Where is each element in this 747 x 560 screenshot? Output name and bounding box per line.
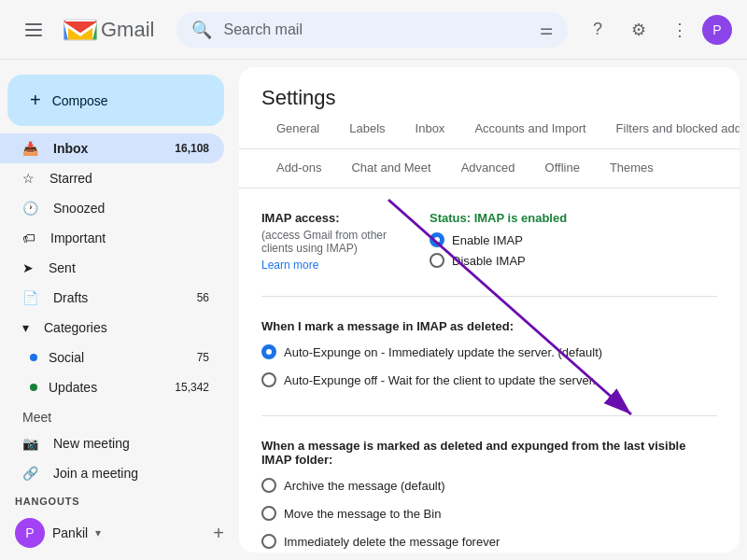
- sidebar-item-sent[interactable]: ➤ Sent: [0, 253, 224, 283]
- drafts-icon: 📄: [22, 290, 38, 305]
- search-bar[interactable]: 🔍 Search mail ⚌: [176, 12, 568, 48]
- sidebar-item-starred[interactable]: ☆ Starred: [0, 163, 224, 193]
- settings-content: IMAP access: (access Gmail from other cl…: [239, 189, 740, 553]
- search-options-icon[interactable]: ⚌: [540, 21, 553, 38]
- social-count: 75: [197, 351, 209, 364]
- expunge-radio-group: Archive the message (default) Move the m…: [261, 478, 717, 553]
- sent-icon: ➤: [22, 260, 34, 275]
- imap-label-col: IMAP access: (access Gmail from other cl…: [261, 211, 392, 273]
- categories-icon: ▾: [22, 320, 29, 335]
- inbox-count: 16,108: [175, 142, 209, 155]
- auto-expunge-off-option[interactable]: Auto-Expunge off - Wait for the client t…: [261, 372, 717, 387]
- delete-section: When I mark a message in IMAP as deleted…: [261, 296, 717, 393]
- drafts-count: 56: [197, 291, 209, 304]
- sidebar-categories-toggle[interactable]: ▾ Categories: [0, 313, 224, 343]
- svg-rect-1: [25, 29, 42, 31]
- social-label: Social: [49, 350, 84, 365]
- compose-label: Compose: [52, 93, 108, 108]
- hangouts-add-button[interactable]: +: [213, 523, 224, 544]
- imap-label: IMAP access:: [261, 211, 392, 225]
- auto-expunge-on-radio[interactable]: [261, 344, 276, 359]
- settings-button[interactable]: ⚙: [620, 11, 657, 49]
- tab-filters[interactable]: Filters and blocked addresses: [601, 110, 740, 149]
- imap-section: IMAP access: (access Gmail from other cl…: [261, 211, 717, 273]
- hangouts-label: Hangouts: [15, 496, 224, 507]
- sidebar-item-inbox[interactable]: 📥 Inbox 16,108: [0, 133, 224, 163]
- header-actions: ? ⚙ ⋮ P: [579, 11, 732, 49]
- settings-tabs-row2: Add-ons Chat and Meet Advanced Offline T…: [239, 149, 740, 189]
- auto-expunge-off-radio[interactable]: [261, 372, 276, 387]
- imap-enable-option[interactable]: Enable IMAP: [430, 232, 717, 247]
- tab-labels[interactable]: Labels: [334, 110, 400, 149]
- move-to-bin-radio[interactable]: [261, 506, 276, 521]
- content-wrapper: Settings General Labels Inbox Accounts a…: [239, 60, 747, 560]
- starred-label: Starred: [49, 171, 92, 186]
- tab-chat[interactable]: Chat and Meet: [336, 149, 445, 189]
- auto-expunge-on-label: Auto-Expunge on - Immediately update the…: [284, 345, 602, 359]
- tab-themes[interactable]: Themes: [595, 149, 669, 189]
- delete-forever-label: Immediately delete the message forever: [284, 535, 500, 549]
- tab-offline[interactable]: Offline: [530, 149, 595, 189]
- new-meeting-label: New meeting: [53, 436, 130, 451]
- archive-label: Archive the message (default): [284, 479, 445, 493]
- new-meeting-icon: 📷: [22, 436, 38, 451]
- sidebar-item-important[interactable]: 🏷 Important: [0, 223, 224, 253]
- meet-label: Meet: [0, 402, 239, 428]
- imap-enable-radio[interactable]: [430, 232, 444, 247]
- tab-advanced[interactable]: Advanced: [446, 149, 530, 189]
- sidebar-item-new-meeting[interactable]: 📷 New meeting: [0, 428, 224, 458]
- pankil-name: Pankil: [52, 525, 88, 540]
- imap-disable-option[interactable]: Disable IMAP: [430, 253, 717, 268]
- move-to-bin-option[interactable]: Move the message to the Bin: [261, 506, 717, 521]
- sidebar-item-join-meeting[interactable]: 🔗 Join a meeting: [0, 458, 224, 488]
- imap-options-col: Status: IMAP is enabled Enable IMAP Disa…: [430, 211, 717, 273]
- compose-button[interactable]: + Compose: [7, 75, 224, 126]
- search-text: Search mail: [223, 21, 529, 38]
- hangouts-section: Hangouts P Pankil ▾ + P Parth Shah Yo: [0, 488, 239, 560]
- gmail-logo-text: Gmail: [101, 18, 154, 42]
- more-button[interactable]: ⋮: [661, 11, 698, 49]
- inbox-icon: 📥: [22, 141, 38, 156]
- updates-count: 15,342: [175, 381, 209, 394]
- categories-label: Categories: [44, 320, 107, 335]
- gmail-logo: Gmail: [63, 17, 154, 43]
- imap-learn-more-link[interactable]: Learn more: [261, 259, 392, 272]
- settings-title: Settings: [239, 67, 740, 110]
- settings-tabs-row1: General Labels Inbox Accounts and Import…: [239, 110, 740, 149]
- hangouts-user-pankil[interactable]: P Pankil ▾ +: [15, 514, 224, 552]
- snoozed-icon: 🕐: [22, 201, 38, 216]
- sidebar-item-social[interactable]: Social 75: [0, 343, 224, 372]
- auto-expunge-on-option[interactable]: Auto-Expunge on - Immediately update the…: [261, 344, 717, 359]
- sidebar-item-snoozed[interactable]: 🕐 Snoozed: [0, 193, 224, 223]
- imap-disable-radio[interactable]: [430, 253, 444, 268]
- tab-accounts[interactable]: Accounts and Import: [459, 110, 600, 149]
- svg-rect-2: [25, 35, 42, 36]
- move-to-bin-label: Move the message to the Bin: [284, 507, 441, 521]
- imap-status: Status: IMAP is enabled: [430, 211, 717, 225]
- tab-general[interactable]: General: [261, 110, 334, 149]
- expunge-section: When a message is marked as deleted and …: [261, 415, 717, 553]
- help-button[interactable]: ?: [579, 11, 616, 49]
- delete-forever-option[interactable]: Immediately delete the message forever: [261, 534, 717, 549]
- sidebar-item-updates[interactable]: Updates 15,342: [0, 372, 224, 402]
- menu-button[interactable]: [15, 11, 52, 49]
- archive-option[interactable]: Archive the message (default): [261, 478, 717, 493]
- updates-dot-icon: [30, 384, 37, 391]
- user-avatar[interactable]: P: [702, 15, 732, 45]
- join-meeting-icon: 🔗: [22, 466, 38, 481]
- delete-forever-radio[interactable]: [261, 534, 276, 549]
- expunge-section-title: When a message is marked as deleted and …: [261, 439, 717, 467]
- sidebar-item-drafts[interactable]: 📄 Drafts 56: [0, 283, 224, 313]
- pankil-dropdown-icon: ▾: [95, 526, 101, 539]
- starred-icon: ☆: [22, 171, 35, 186]
- pankil-avatar: P: [15, 518, 45, 548]
- inbox-label: Inbox: [53, 141, 88, 156]
- tab-inbox[interactable]: Inbox: [401, 110, 460, 149]
- imap-enable-label: Enable IMAP: [452, 233, 523, 247]
- join-meeting-label: Join a meeting: [53, 466, 138, 481]
- tab-addons[interactable]: Add-ons: [261, 149, 336, 189]
- social-dot-icon: [30, 354, 37, 361]
- archive-radio[interactable]: [261, 478, 276, 493]
- search-icon: 🔍: [191, 20, 212, 40]
- important-icon: 🏷: [22, 231, 35, 245]
